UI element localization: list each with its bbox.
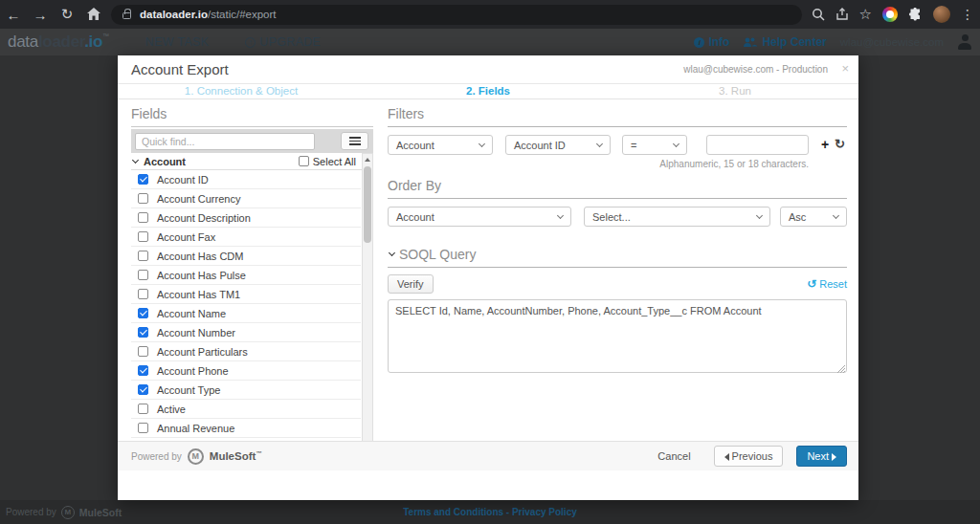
browser-menu-icon[interactable]: ⋮: [961, 7, 974, 22]
order-by-field-select[interactable]: Select...: [584, 207, 770, 227]
field-checkbox[interactable]: [138, 231, 148, 242]
lock-icon[interactable]: [122, 12, 131, 19]
forward-icon[interactable]: →: [27, 7, 54, 23]
logo-part-data: data: [8, 33, 38, 51]
filter-value-input[interactable]: [706, 135, 809, 155]
fields-heading: Fields: [131, 99, 373, 127]
field-checkbox[interactable]: [138, 289, 148, 299]
scroll-up-icon[interactable]: [363, 154, 372, 165]
field-list-item[interactable]: Account Currency: [131, 189, 361, 208]
order-by-object-select[interactable]: Account: [388, 207, 571, 227]
refresh-filters-icon[interactable]: ↻: [835, 138, 845, 151]
logo-part-io: .io: [84, 33, 102, 51]
reset-link[interactable]: ↺ Reset: [807, 277, 847, 291]
field-list-item[interactable]: Account Type: [131, 381, 361, 400]
field-list-item[interactable]: Account Has Pulse: [131, 266, 361, 285]
new-task-menu[interactable]: NEW TASK: [145, 35, 210, 49]
chevron-down-icon: [389, 250, 395, 256]
field-checkbox[interactable]: [138, 423, 148, 433]
field-list: Account ID Account Currency Account Desc…: [131, 170, 361, 469]
extension-colorwheel-icon[interactable]: [882, 7, 898, 22]
field-list-item[interactable]: Account Particulars: [131, 342, 361, 361]
field-label: Active: [157, 404, 186, 415]
field-checkbox[interactable]: [138, 212, 148, 223]
bookmark-star-icon[interactable]: ☆: [859, 6, 872, 23]
share-icon[interactable]: [835, 8, 849, 21]
field-label: Annual Revenue: [157, 423, 234, 434]
field-checkbox[interactable]: [138, 365, 148, 376]
field-checkbox[interactable]: [138, 327, 148, 338]
upgrade-label: UPGRADE: [259, 35, 321, 49]
field-checkbox[interactable]: [138, 193, 148, 204]
field-list-item[interactable]: Account Has TM1: [131, 285, 361, 304]
field-checkbox[interactable]: [138, 384, 148, 395]
step-run[interactable]: 3. Run: [612, 84, 858, 98]
field-checkbox[interactable]: [138, 308, 148, 318]
field-checkbox[interactable]: [138, 404, 148, 414]
search-icon[interactable]: [812, 8, 825, 21]
field-label: Account Fax: [157, 231, 215, 243]
field-checkbox[interactable]: [138, 251, 148, 261]
field-label: Account Has Pulse: [157, 270, 246, 281]
info-icon: i: [694, 37, 704, 48]
select-all-control[interactable]: Select All: [299, 156, 356, 167]
field-checkbox[interactable]: [138, 174, 148, 185]
user-avatar-icon[interactable]: [957, 34, 972, 50]
close-icon[interactable]: ×: [841, 61, 849, 76]
field-list-item[interactable]: Account Number: [131, 323, 361, 342]
verify-row: Verify ↺ Reset: [388, 274, 847, 294]
quick-find-input[interactable]: [135, 133, 315, 150]
field-list-item[interactable]: Account Name: [131, 304, 361, 323]
verify-button[interactable]: Verify: [388, 274, 434, 294]
fields-panel: Fields Account Select All: [131, 99, 373, 469]
next-button[interactable]: Next: [796, 446, 847, 467]
chevron-down-icon: [132, 156, 139, 163]
soql-query-textarea[interactable]: [388, 299, 847, 373]
field-checkbox[interactable]: [138, 270, 148, 280]
filter-field-select[interactable]: Account ID: [505, 135, 611, 155]
help-center-label: Help Center: [762, 35, 826, 49]
browser-profile-avatar[interactable]: [933, 6, 950, 23]
field-group-header[interactable]: Account Select All: [131, 153, 373, 170]
extensions-puzzle-icon[interactable]: [908, 8, 923, 22]
field-list-item[interactable]: Account Fax: [131, 228, 361, 247]
back-icon[interactable]: ←: [0, 7, 27, 23]
list-view-button[interactable]: [341, 132, 368, 150]
home-icon[interactable]: [80, 7, 107, 23]
select-all-checkbox[interactable]: [299, 156, 309, 166]
reload-icon[interactable]: ↻: [54, 6, 80, 23]
dataloader-logo[interactable]: dataloader.io™: [8, 33, 109, 52]
mulesoft-logo-icon: M: [188, 448, 204, 465]
order-by-direction-select[interactable]: Asc: [780, 207, 847, 227]
order-by-row: Account Select... Asc: [388, 207, 847, 227]
info-link[interactable]: i Info: [694, 35, 729, 49]
wizard-steps: 1. Connection & Object 2. Fields 3. Run: [118, 84, 858, 99]
field-checkbox[interactable]: [138, 346, 148, 357]
add-filter-icon[interactable]: +: [821, 138, 829, 151]
field-list-item[interactable]: Account Has CDM: [131, 247, 361, 266]
step-connection-object[interactable]: 1. Connection & Object: [118, 84, 365, 98]
field-list-item[interactable]: Account Phone: [131, 361, 361, 381]
field-list-item[interactable]: Annual Revenue: [131, 419, 361, 438]
cancel-button[interactable]: Cancel: [657, 450, 690, 462]
filter-object-select[interactable]: Account: [388, 135, 493, 155]
step-fields[interactable]: 2. Fields: [365, 84, 612, 98]
field-list-item[interactable]: Active: [131, 400, 361, 419]
fields-scrollbar[interactable]: [362, 153, 373, 469]
help-center-link[interactable]: Help Center: [743, 35, 826, 49]
connection-label: wlau@cubewise.com - Production: [683, 64, 828, 75]
upgrade-menu[interactable]: ↑ UPGRADE: [245, 35, 321, 49]
field-list-item[interactable]: Account ID: [131, 170, 361, 189]
scrollbar-thumb[interactable]: [364, 166, 371, 243]
account-export-modal: Account Export wlau@cubewise.com - Produ…: [118, 55, 858, 500]
field-label: Account Has CDM: [157, 251, 243, 262]
filter-operator-select[interactable]: =: [622, 135, 687, 155]
soql-heading: SOQL Query: [388, 240, 847, 268]
field-label: Account Type: [157, 384, 220, 396]
address-bar[interactable]: dataloader.io/static/#export: [111, 5, 802, 25]
filter-row: Account Account ID = + ↻: [388, 135, 847, 155]
field-group-name: Account: [144, 156, 186, 167]
terms-privacy-links[interactable]: Terms and Conditions - Privacy Policy: [403, 507, 577, 517]
previous-button[interactable]: Previous: [714, 446, 784, 467]
field-list-item[interactable]: Account Description: [131, 208, 361, 228]
